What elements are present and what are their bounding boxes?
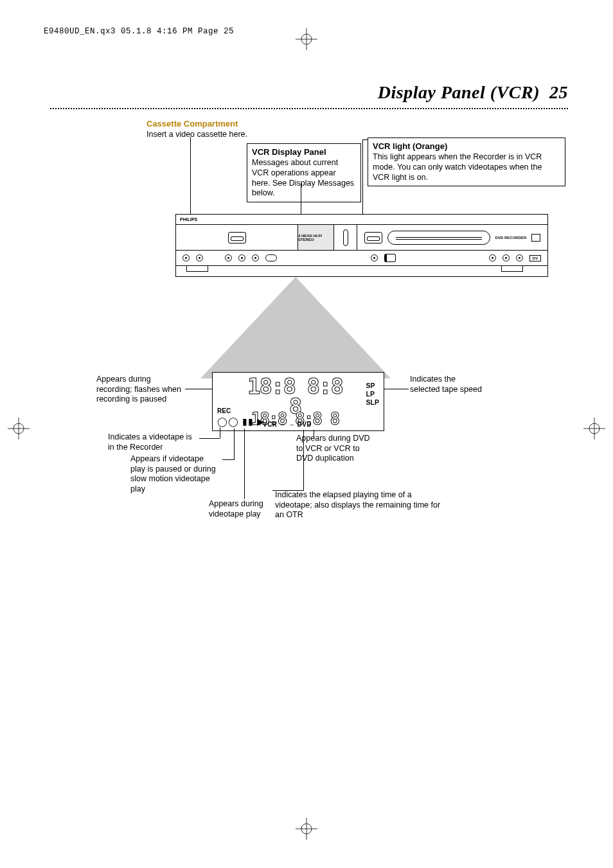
- callout-vcr-display-panel: VCR Display Panel Messages about current…: [247, 143, 361, 202]
- pill-button-icon: [265, 254, 277, 261]
- leader-line: [314, 430, 314, 439]
- leader-line: [362, 139, 368, 145]
- jog-icon: [384, 254, 396, 262]
- leader-line: [234, 429, 235, 460]
- dv-port-label: DV: [529, 255, 541, 261]
- leader-line: [272, 490, 304, 491]
- vcr-dvd-direction-label: VCR ← → DVD: [213, 421, 362, 428]
- device-front-illustration: PHILIPS 4 HEAD HI-FI STEREO DVD RECORDER: [175, 214, 548, 277]
- leader-line: [362, 143, 363, 222]
- callout-play: Appears during videotape play: [209, 499, 274, 519]
- speed-lp: LP: [366, 390, 379, 398]
- cassette-slot-icon: [228, 232, 246, 244]
- knob-icon: [516, 254, 523, 261]
- leader-line: [384, 389, 409, 389]
- sd-slot-icon: [531, 234, 540, 242]
- page-title: Display Panel (VCR) 25: [378, 82, 568, 103]
- knob-icon: [238, 254, 245, 261]
- page-number: 25: [549, 82, 568, 102]
- title-rule: [50, 108, 568, 109]
- device-right-label: DVD RECORDER: [495, 236, 527, 240]
- callout-cassette: Cassette Compartment Insert a video cass…: [147, 119, 314, 140]
- knob-icon: [225, 254, 232, 261]
- callout-elapsed-time: Indicates the elapsed playing time of a …: [275, 490, 441, 520]
- leader-line: [199, 438, 220, 439]
- zoom-indicator-triangle: [200, 277, 391, 378]
- callout-vcr-light: VCR light (Orange) This light appears wh…: [368, 137, 565, 186]
- device-foot-icon: [501, 265, 523, 272]
- tape-speed-indicators: SP LP SLP: [366, 382, 379, 407]
- callout-cassette-body: Insert a video cassette here.: [147, 130, 247, 139]
- knob-icon: [196, 254, 203, 261]
- speed-sp: SP: [366, 382, 379, 390]
- prepress-header: E9480UD_EN.qx3 05.1.8 4:16 PM Page 25: [44, 27, 234, 36]
- callout-duplication: Appears during DVD to VCR or VCR to DVD …: [296, 434, 376, 464]
- leader-line: [220, 427, 220, 438]
- device-foot-icon: [186, 265, 208, 272]
- page-title-text: Display Panel (VCR): [378, 82, 540, 102]
- callout-vcr-light-body: This light appears when the Recorder is …: [373, 152, 542, 181]
- callout-vcr-display-panel-heading: VCR Display Panel: [252, 147, 356, 157]
- registration-mark-right: [583, 418, 605, 439]
- knob-icon: [489, 254, 496, 261]
- device-center-label: 4 HEAD HI-FI STEREO: [298, 225, 334, 250]
- registration-mark-top: [296, 28, 317, 50]
- rec-indicator-label: REC: [217, 407, 231, 414]
- knob-icon: [182, 254, 190, 261]
- registration-mark-bottom: [296, 818, 317, 840]
- knob-icon: [252, 254, 259, 261]
- knob-icon: [371, 254, 378, 261]
- leader-line: [244, 429, 245, 499]
- device-brand: PHILIPS: [180, 217, 197, 222]
- leader-line: [185, 389, 212, 389]
- callout-rec: Appears during recording; flashes when r…: [96, 375, 185, 405]
- callout-vcr-display-panel-body: Messages about current VCR operations ap…: [252, 158, 354, 197]
- callout-cassette-heading: Cassette Compartment: [147, 119, 314, 129]
- callout-paused-slowmo: Appears if videotape play is paused or d…: [130, 454, 220, 495]
- content-region: Cassette Compartment Insert a video cass…: [50, 119, 568, 804]
- dvd-slot-icon: [364, 232, 382, 244]
- leader-line: [303, 430, 304, 490]
- leader-line: [222, 459, 234, 460]
- divider-icon: [343, 229, 348, 246]
- registration-mark-left: [8, 418, 30, 439]
- callout-vcr-light-heading: VCR light (Orange): [373, 141, 560, 152]
- speed-slp: SLP: [366, 398, 379, 407]
- callout-speed: Indicates the selected tape speed: [410, 375, 487, 394]
- vcr-display-panel-closeup: 18:8 8:8 8 18:8 8:8 8 REC ◯◯ ▮▮ ▶ SP LP …: [212, 372, 384, 431]
- knob-icon: [502, 254, 510, 261]
- callout-tape-in-recorder: Indicates a videotape is in the Recorder: [108, 432, 198, 452]
- dvd-tray-icon: [387, 231, 490, 245]
